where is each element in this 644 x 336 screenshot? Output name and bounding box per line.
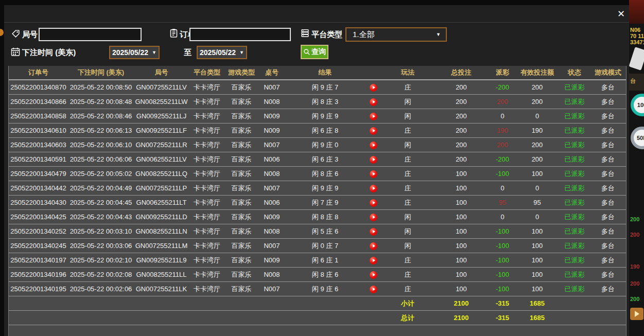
- order-input[interactable]: [189, 28, 291, 41]
- play-type: 庄: [382, 167, 433, 181]
- status: 已派彩: [559, 224, 590, 239]
- replay-icon[interactable]: [370, 257, 377, 264]
- replay-icon[interactable]: [370, 185, 377, 192]
- bet-time-label: 下注时间 (美东): [22, 48, 76, 57]
- replay-icon[interactable]: [370, 170, 377, 178]
- total-bet: 2100: [433, 311, 490, 325]
- table-number: N008: [258, 95, 286, 109]
- query-button[interactable]: 查询: [301, 45, 328, 59]
- status: 已派彩: [559, 80, 590, 95]
- result: 闲 9 庄 9: [286, 181, 364, 196]
- game-mode: 多台: [590, 138, 626, 152]
- table-number: N009: [258, 210, 286, 224]
- replay-icon[interactable]: [370, 242, 377, 250]
- background-text: 190: [630, 263, 639, 270]
- status: 已派彩: [559, 210, 590, 224]
- game-mode: 多台: [590, 196, 626, 210]
- date-from-picker[interactable]: 2025/05/22 ▼: [109, 46, 160, 59]
- casino-chip: 50K: [631, 127, 644, 149]
- replay-icon[interactable]: [370, 199, 377, 207]
- background-text: 33471: [630, 39, 644, 45]
- bet-time: 2025-05-22 00:08:46: [68, 109, 134, 123]
- date-to-picker[interactable]: 2025/05/22 ▼: [197, 46, 247, 59]
- column-header: 平台类型: [189, 66, 225, 80]
- round-number: GN009255211LD: [134, 210, 189, 224]
- platform-type: 卡卡湾厅: [189, 210, 225, 224]
- status: 已派彩: [559, 138, 590, 152]
- platform-label: 平台类型: [311, 30, 342, 39]
- total-bet: 200: [433, 80, 490, 95]
- game-type: 百家乐: [225, 224, 258, 239]
- payout: 95: [490, 196, 515, 210]
- column-header: 订单号: [9, 66, 68, 80]
- column-header: 游戏模式: [590, 66, 626, 80]
- replay-icon[interactable]: [370, 156, 377, 164]
- round-number: GN009255211LJ: [134, 109, 189, 123]
- column-header: 桌号: [258, 66, 286, 80]
- status: 已派彩: [559, 268, 590, 282]
- total-bet: 100: [433, 253, 490, 268]
- valid-bet: 100: [515, 239, 559, 253]
- platform-type: 卡卡湾厅: [189, 253, 225, 268]
- replay-cell: [364, 152, 382, 167]
- game-mode: 多台: [590, 239, 626, 253]
- replay-icon[interactable]: [370, 142, 377, 149]
- game-type: 百家乐: [225, 152, 258, 167]
- table-row: 2505220013401962025-05-22 00:02:08GN0082…: [9, 268, 626, 282]
- status: 已派彩: [559, 282, 590, 296]
- payout: -100: [490, 239, 515, 253]
- game-type: 百家乐: [225, 210, 258, 224]
- platform-type: 卡卡湾厅: [189, 282, 225, 296]
- bet-time: 2025-05-22 00:08:50: [68, 80, 134, 95]
- replay-icon[interactable]: [370, 84, 377, 92]
- valid-bet: 100: [515, 282, 559, 296]
- status: 已派彩: [559, 167, 590, 181]
- replay-icon[interactable]: [370, 113, 377, 120]
- total-bet: 100: [433, 167, 490, 181]
- replay-icon[interactable]: [370, 127, 377, 135]
- valid-bet: 95: [515, 196, 559, 210]
- replay-icon[interactable]: [370, 271, 377, 279]
- game-type: 百家乐: [225, 253, 258, 268]
- replay-icon[interactable]: [370, 228, 377, 236]
- background-play-icon: [630, 308, 643, 320]
- replay-icon[interactable]: [370, 286, 377, 293]
- payout: -200: [490, 80, 515, 95]
- order-number: 250522001340196: [9, 268, 68, 282]
- table-number: N006: [258, 152, 286, 167]
- order-number: 250522001340442: [9, 181, 68, 196]
- query-button-label: 查询: [311, 47, 326, 57]
- platform-type: 卡卡湾厅: [189, 80, 225, 95]
- game-mode: [590, 311, 626, 325]
- table-row: 2505220013402522025-05-22 00:03:10GN0082…: [9, 224, 626, 239]
- platform-type: 卡卡湾厅: [189, 181, 225, 196]
- grand-total-row: 总计2100-3151685: [9, 311, 626, 325]
- total-bet: 100: [433, 268, 490, 282]
- valid-bet: 0: [515, 210, 559, 224]
- play-type: 闲: [382, 138, 433, 152]
- calendar-icon: [11, 47, 20, 57]
- background-text: N06: [630, 27, 640, 33]
- round-number: GN006255211LT: [134, 196, 189, 210]
- background-text: 70 11: [630, 33, 644, 39]
- result: 闲 9 庄 0: [286, 138, 364, 152]
- replay-cell: [364, 210, 382, 224]
- bet-time: 2025-05-22 00:04:49: [68, 181, 134, 196]
- game-type: 百家乐: [225, 282, 258, 296]
- round-number: GN009255211L9: [134, 253, 189, 268]
- total-bet: 100: [433, 282, 490, 296]
- valid-bet: 0: [515, 181, 559, 196]
- status: 已派彩: [559, 181, 590, 196]
- replay-icon[interactable]: [370, 98, 377, 106]
- platform-type: 卡卡湾厅: [189, 167, 225, 181]
- platform-select[interactable]: 1.全部 ▼: [345, 27, 447, 42]
- play-type: 闲: [382, 109, 433, 123]
- total-bet: 100: [433, 239, 490, 253]
- game-mode: 多台: [590, 268, 626, 282]
- round-input[interactable]: [39, 28, 142, 41]
- replay-icon[interactable]: [370, 214, 377, 221]
- payout: 0: [490, 181, 515, 196]
- close-icon[interactable]: ✕: [617, 7, 625, 21]
- table-row: 2505220013404422025-05-22 00:04:49GN0072…: [9, 181, 626, 196]
- empty-cell: [9, 296, 382, 311]
